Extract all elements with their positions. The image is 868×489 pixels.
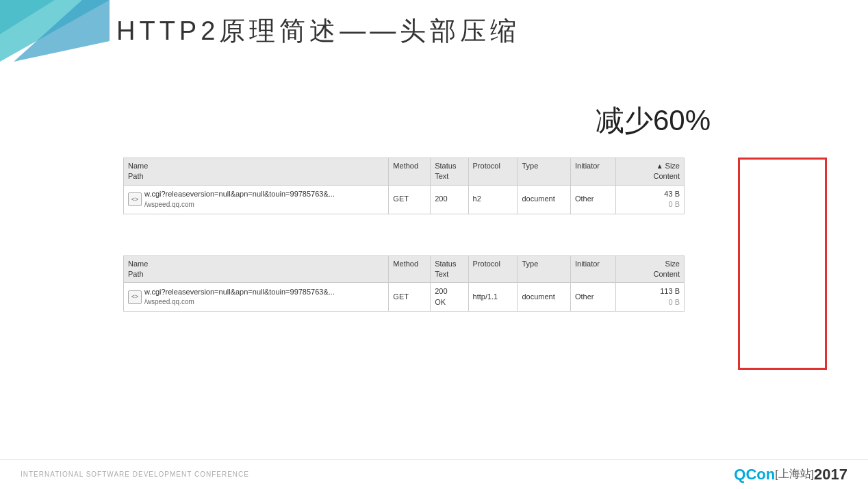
cell-size: 43 B 0 B <box>616 185 685 214</box>
qcon-q: Q <box>734 466 745 484</box>
footer-conference-name: INTERNATIONAL SOFTWARE DEVELOPMENT CONFE… <box>21 471 249 478</box>
qcon-year: 2017 <box>814 466 847 484</box>
col-header-initiator: Initiator <box>570 158 615 186</box>
cell-name: <> w.cgi?releaseversion=null&apn=null&to… <box>124 185 389 214</box>
col-header-name: Name Path <box>124 158 389 186</box>
col2-header-size: Size Content <box>616 255 685 283</box>
col-header-size: ▲ Size Content <box>616 158 685 186</box>
col2-header-type: Type <box>518 255 570 283</box>
col2-header-status: Status Text <box>431 255 468 283</box>
header: HTTP2原理简述——头部压缩 <box>116 14 841 49</box>
cell2-size: 113 B 0 B <box>616 283 685 312</box>
table-1: Name Path Method Status Text Protocol Ty <box>123 158 685 214</box>
cell-protocol: h2 <box>468 185 518 214</box>
top-decoration <box>0 0 110 62</box>
col2-header-name: Name Path <box>124 255 389 283</box>
col-header-status: Status Text <box>431 158 468 186</box>
footer: INTERNATIONAL SOFTWARE DEVELOPMENT CONFE… <box>0 459 868 489</box>
doc-icon-2: <> <box>128 290 142 304</box>
qcon-city: 上海站 <box>778 467 811 481</box>
cell-method: GET <box>389 185 431 214</box>
col2-header-initiator: Initiator <box>570 255 615 283</box>
reduction-text: 减少60% <box>596 101 711 140</box>
cell-initiator: Other <box>570 185 615 214</box>
cell2-status: 200 OK <box>431 283 468 312</box>
col-header-protocol: Protocol <box>468 158 518 186</box>
tables-area: Name Path Method Status Text Protocol Ty <box>123 158 827 312</box>
footer-logo: Q Con [ 上海站 ] 2017 <box>734 466 847 484</box>
cell-type: document <box>518 185 570 214</box>
col2-header-method: Method <box>389 255 431 283</box>
cell2-protocol: http/1.1 <box>468 283 518 312</box>
cell2-initiator: Other <box>570 283 615 312</box>
slide: HTTP2原理简述——头部压缩 减少60% Name Path Method S… <box>0 0 868 489</box>
qcon-con: Con <box>745 466 775 484</box>
cell2-type: document <box>518 283 570 312</box>
doc-icon: <> <box>128 192 142 206</box>
page-title: HTTP2原理简述——头部压缩 <box>116 14 841 49</box>
cell2-method: GET <box>389 283 431 312</box>
cell2-name: <> w.cgi?releaseversion=null&apn=null&to… <box>124 283 389 312</box>
table-row: <> w.cgi?releaseversion=null&apn=null&to… <box>124 283 685 312</box>
table-2: Name Path Method Status Text Protocol Ty <box>123 255 685 312</box>
col2-header-protocol: Protocol <box>468 255 518 283</box>
table-row: <> w.cgi?releaseversion=null&apn=null&to… <box>124 185 685 214</box>
col-header-type: Type <box>518 158 570 186</box>
col-header-method: Method <box>389 158 431 186</box>
cell-status: 200 <box>431 185 468 214</box>
